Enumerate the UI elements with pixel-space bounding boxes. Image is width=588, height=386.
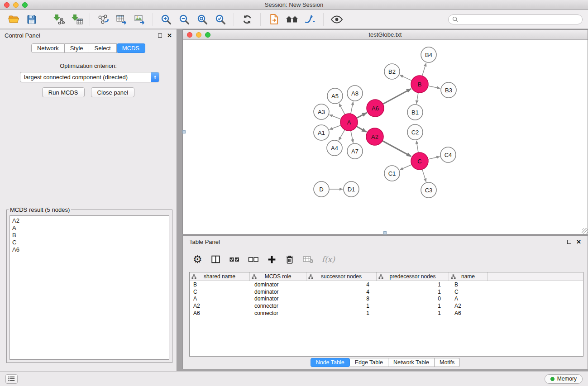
column-header-shared-name[interactable]: shared name — [190, 272, 250, 281]
refresh-view-button[interactable] — [238, 11, 256, 28]
float-panel-icon[interactable] — [158, 33, 162, 38]
graph-edge-B-B2[interactable] — [400, 75, 411, 81]
import-network-from-file-button[interactable] — [49, 11, 67, 28]
graph-edge-A-A4[interactable] — [339, 130, 344, 141]
column-header-name[interactable]: name — [449, 272, 488, 281]
graph-node-A5[interactable]: A5 — [327, 88, 343, 104]
deselect-all-button[interactable] — [248, 254, 259, 264]
network-maximize-button[interactable] — [205, 32, 210, 38]
zoom-out-button[interactable] — [175, 11, 193, 28]
close-window-button[interactable] — [4, 2, 10, 8]
graph-node-A7[interactable]: A7 — [347, 143, 363, 159]
graph-edge-A-A5[interactable] — [339, 104, 345, 114]
open-document-button[interactable] — [265, 11, 283, 28]
graph-edge-A-A3[interactable] — [330, 115, 341, 119]
close-table-panel-icon[interactable]: ✕ — [576, 240, 581, 244]
tab-motifs[interactable]: Motifs — [435, 358, 460, 367]
graph-node-B4[interactable]: B4 — [421, 47, 436, 62]
show-hide-panel-button[interactable] — [328, 11, 346, 28]
zoom-fit-button[interactable] — [193, 11, 211, 28]
function-builder-button[interactable]: f(x) — [322, 255, 335, 264]
import-table-from-file-button[interactable] — [67, 11, 86, 28]
export-network-button[interactable] — [94, 11, 112, 28]
close-panel-button[interactable]: Close panel — [91, 87, 135, 97]
control-panel-tab-select[interactable]: Select — [89, 43, 117, 53]
delete-row-button[interactable] — [285, 254, 295, 265]
resize-grip[interactable] — [582, 228, 588, 234]
graph-edge-A-A8[interactable] — [351, 102, 353, 114]
graph-edge-A-A6[interactable] — [357, 113, 367, 118]
mcds-result-item[interactable]: A6 — [12, 246, 167, 253]
network-canvas[interactable]: B4B2BB3A5A8A6A3B1AA1C2A2A4A7C4CC1DD1C3 — [183, 40, 588, 234]
clear-table-button[interactable] — [303, 255, 314, 264]
graph-node-A3[interactable]: A3 — [314, 104, 329, 119]
zoom-in-button[interactable] — [157, 11, 175, 28]
select-all-button[interactable] — [229, 254, 240, 264]
mcds-result-item[interactable]: A — [12, 224, 167, 232]
graph-node-A4[interactable]: A4 — [327, 140, 342, 156]
graph-node-D1[interactable]: D1 — [344, 181, 359, 197]
network-graph[interactable]: B4B2BB3A5A8A6A3B1AA1C2A2A4A7C4CC1DD1C3 — [183, 40, 588, 234]
mcds-result-item[interactable]: A2 — [12, 217, 167, 224]
graph-edge-A-A2[interactable] — [357, 126, 367, 132]
graph-node-C[interactable]: C — [411, 152, 428, 170]
graph-node-B3[interactable]: B3 — [441, 82, 456, 98]
tab-node-table[interactable]: Node Table — [311, 358, 350, 367]
graph-node-C2[interactable]: C2 — [407, 124, 423, 140]
graph-edge-C-C4[interactable] — [428, 157, 440, 159]
tab-edge-table[interactable]: Edge Table — [350, 358, 388, 367]
table-row[interactable]: Cdominator41C — [190, 288, 583, 295]
graph-node-B[interactable]: B — [411, 76, 428, 93]
export-image-button[interactable] — [130, 11, 148, 28]
network-minimize-button[interactable] — [196, 32, 201, 38]
graph-node-C1[interactable]: C1 — [384, 166, 400, 181]
minimize-window-button[interactable] — [13, 2, 19, 8]
graph-edge-C-C1[interactable] — [400, 165, 411, 170]
column-header-successor-nodes[interactable]: successor nodes — [306, 272, 377, 281]
control-panel-tab-network[interactable]: Network — [31, 43, 65, 53]
graph-node-A[interactable]: A — [340, 114, 358, 131]
graph-node-C4[interactable]: C4 — [440, 147, 456, 162]
home-button[interactable] — [283, 11, 301, 28]
save-session-button[interactable] — [23, 11, 41, 28]
open-file-button[interactable] — [5, 11, 23, 28]
table-row[interactable]: Bdominator41B — [190, 281, 583, 288]
panel-menu-button[interactable] — [5, 374, 18, 384]
run-mcds-button[interactable]: Run MCDS — [42, 87, 85, 97]
maximize-window-button[interactable] — [22, 2, 28, 8]
graph-edge-B-B3[interactable] — [428, 86, 440, 88]
criterion-dropdown[interactable]: largest connected component (directed) ▲… — [20, 72, 159, 82]
mcds-result-list[interactable]: A2ABCA6 — [10, 215, 169, 360]
table-settings-button[interactable]: ⚙ — [193, 254, 202, 264]
column-header-predecessor-nodes[interactable]: predecessor nodes — [377, 272, 449, 281]
float-table-panel-icon[interactable] — [567, 240, 571, 244]
graph-edge-A-A1[interactable] — [330, 125, 341, 130]
search-field[interactable] — [448, 14, 583, 24]
add-row-button[interactable] — [267, 255, 277, 264]
search-input[interactable] — [460, 16, 578, 23]
control-panel-tab-style[interactable]: Style — [65, 43, 89, 53]
mcds-result-item[interactable]: C — [12, 239, 167, 246]
close-panel-icon[interactable]: ✕ — [167, 33, 172, 38]
graph-edge-C-C2[interactable] — [416, 141, 418, 152]
table-row[interactable]: A2connector11A2 — [190, 302, 583, 310]
help-button[interactable] — [301, 11, 319, 28]
network-close-button[interactable] — [187, 32, 192, 38]
resize-handle-bottom[interactable] — [383, 231, 387, 234]
export-table-button[interactable] — [112, 11, 130, 28]
graph-node-A1[interactable]: A1 — [314, 125, 329, 140]
zoom-selected-button[interactable] — [211, 11, 229, 28]
tab-network-table[interactable]: Network Table — [388, 358, 435, 367]
graph-edge-B-B4[interactable] — [422, 63, 426, 76]
memory-button[interactable]: Memory — [545, 374, 583, 384]
graph-node-B1[interactable]: B1 — [407, 105, 423, 120]
graph-node-A2[interactable]: A2 — [366, 128, 383, 145]
table-row[interactable]: A6connector11A6 — [190, 310, 583, 317]
graph-node-D[interactable]: D — [314, 181, 329, 197]
control-panel-tab-mcds[interactable]: MCDS — [117, 43, 145, 53]
graph-edge-C-C3[interactable] — [422, 169, 426, 182]
graph-node-A8[interactable]: A8 — [347, 86, 363, 101]
graph-edge-B-B1[interactable] — [416, 93, 418, 104]
graph-node-A6[interactable]: A6 — [367, 100, 384, 117]
graph-node-C3[interactable]: C3 — [421, 182, 436, 198]
